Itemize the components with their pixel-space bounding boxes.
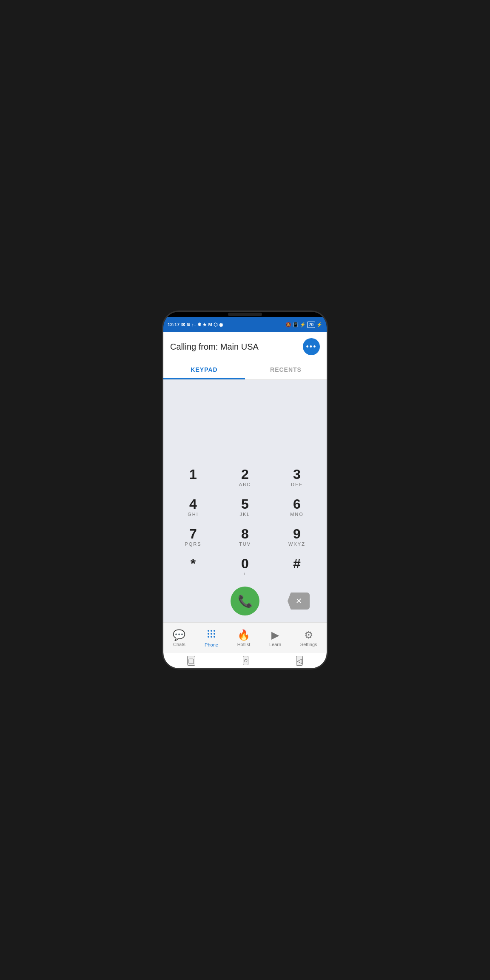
- svg-point-1: [211, 630, 212, 632]
- key-9[interactable]: 9 WXYZ: [271, 523, 322, 552]
- battery-display: 70: [307, 322, 315, 328]
- nav-item-phone[interactable]: Phone: [201, 627, 222, 649]
- nav-item-learn[interactable]: ▶ Learn: [266, 627, 285, 649]
- vibrate-icon: 📳: [293, 322, 299, 328]
- home-button[interactable]: ○: [243, 656, 249, 665]
- svg-point-6: [208, 636, 209, 638]
- nav-item-settings[interactable]: ⚙ Settings: [297, 627, 321, 649]
- svg-point-2: [214, 630, 215, 632]
- notch-bar: [163, 312, 327, 317]
- call-button[interactable]: 📞: [231, 587, 259, 615]
- phone-nav-icon: [206, 629, 217, 641]
- svg-point-0: [208, 630, 209, 632]
- volume-icon: 🔕: [285, 322, 291, 328]
- key-hash[interactable]: #: [271, 553, 322, 581]
- key-7[interactable]: 7 PQRS: [168, 523, 219, 552]
- tab-keypad[interactable]: KEYPAD: [163, 361, 245, 379]
- key-2[interactable]: 2 ABC: [219, 463, 271, 492]
- status-right: 🔕 📳 ⚡ 70 ⚡: [285, 322, 322, 328]
- svg-point-3: [208, 633, 209, 635]
- chats-icon: 💬: [173, 629, 185, 641]
- status-icons: ✉ ≋ ↑↓ ✱ ★ M ⬡ ◉: [181, 322, 223, 328]
- svg-point-8: [214, 636, 215, 638]
- settings-icon: ⚙: [304, 629, 313, 641]
- time-display: 12:17: [168, 322, 179, 327]
- tabs-bar: KEYPAD RECENTS: [163, 361, 327, 380]
- phone-nav-label: Phone: [205, 642, 218, 647]
- key-4[interactable]: 4 GHI: [168, 493, 219, 522]
- key-6[interactable]: 6 MNO: [271, 493, 322, 522]
- svg-point-7: [211, 636, 212, 638]
- more-options-button[interactable]: [303, 338, 320, 355]
- learn-icon: ▶: [271, 629, 279, 641]
- hotlist-icon: 🔥: [237, 629, 250, 641]
- notch: [228, 313, 262, 316]
- nav-item-chats[interactable]: 💬 Chats: [169, 627, 189, 649]
- calling-from-title: Calling from: Main USA: [170, 342, 259, 352]
- nav-item-hotlist[interactable]: 🔥 Hotlist: [234, 627, 254, 649]
- keypad-grid: 1 2 ABC 3 DEF 4 GHI 5 JKL 6 MNO: [163, 463, 327, 581]
- android-nav-bar: ▢ ○ ◁: [163, 653, 327, 668]
- svg-point-4: [211, 633, 212, 635]
- hotlist-label: Hotlist: [237, 642, 251, 647]
- key-1[interactable]: 1: [168, 463, 219, 492]
- display-area: [163, 384, 327, 463]
- status-left: 12:17 ✉ ≋ ↑↓ ✱ ★ M ⬡ ◉: [168, 322, 223, 328]
- settings-label: Settings: [300, 642, 317, 647]
- svg-point-5: [214, 633, 215, 635]
- phone-frame: 12:17 ✉ ≋ ↑↓ ✱ ★ M ⬡ ◉ 🔕 📳 ⚡ 70 ⚡ Callin…: [162, 311, 328, 669]
- delete-button[interactable]: ✕: [288, 593, 310, 610]
- more-dots-icon: [306, 342, 317, 351]
- key-5[interactable]: 5 JKL: [219, 493, 271, 522]
- phone-icon: 📞: [238, 594, 253, 608]
- key-3[interactable]: 3 DEF: [271, 463, 322, 492]
- back-button[interactable]: ◁: [296, 656, 303, 666]
- bluetooth-icon: ⚡: [300, 322, 306, 328]
- key-star[interactable]: *: [168, 553, 219, 581]
- keypad-area: 1 2 ABC 3 DEF 4 GHI 5 JKL 6 MNO: [163, 380, 327, 622]
- status-bar: 12:17 ✉ ≋ ↑↓ ✱ ★ M ⬡ ◉ 🔕 📳 ⚡ 70 ⚡: [163, 317, 327, 332]
- tab-recents[interactable]: RECENTS: [245, 361, 327, 379]
- action-row: 📞 ✕: [163, 585, 327, 615]
- key-0[interactable]: 0 +: [219, 553, 271, 581]
- learn-label: Learn: [269, 642, 281, 647]
- bottom-nav: 💬 Chats Phone 🔥 Hotlist ▶ Learn ⚙ Settin…: [163, 622, 327, 653]
- key-8[interactable]: 8 TUV: [219, 523, 271, 552]
- recent-apps-button[interactable]: ▢: [187, 656, 195, 666]
- header: Calling from: Main USA: [163, 332, 327, 361]
- backspace-icon: ✕: [296, 596, 302, 606]
- charging-icon: ⚡: [316, 322, 322, 328]
- chats-label: Chats: [173, 642, 185, 647]
